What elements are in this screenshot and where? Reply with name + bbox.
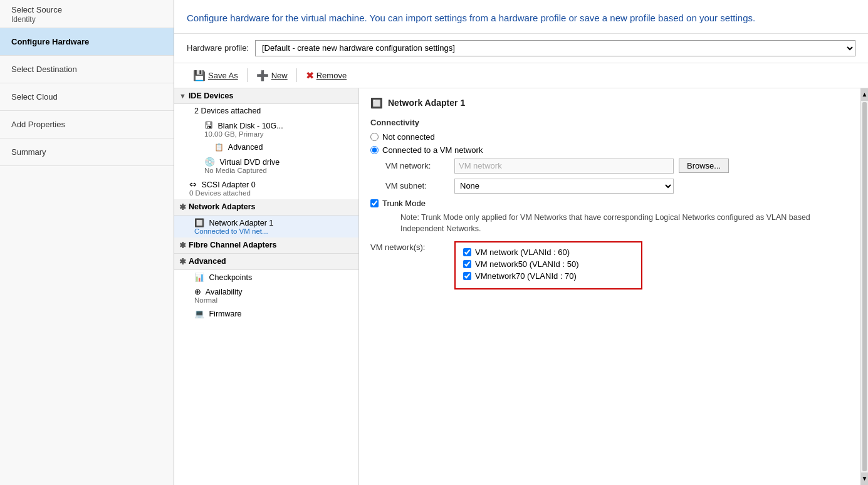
virtual-dvd-label: Virtual DVD drive — [219, 158, 280, 167]
trunk-mode-note: Note: Trunk Mode only applied for VM Net… — [400, 212, 849, 236]
vm-network-checkbox-1[interactable] — [463, 260, 471, 268]
vm-networks-box: VM network (VLANId : 60) VM network50 (V… — [454, 241, 642, 289]
checkpoints-icon: 📊 — [194, 273, 204, 282]
virtual-dvd-sublabel: No Media Captured — [204, 167, 353, 174]
detail-title-icon: 🔲 — [370, 97, 383, 109]
right-scrollbar: ▲ ▼ — [860, 88, 868, 486]
header-description: Configure hardware for the virtual machi… — [174, 0, 868, 34]
blank-disk-sublabel: 10.00 GB, Primary — [204, 130, 353, 138]
vm-networks-label: VM network(s): — [370, 241, 454, 252]
detail-title: 🔲 Network Adapter 1 — [370, 97, 849, 109]
tree-ide-devices-header[interactable]: ▼ IDE Devices — [174, 88, 358, 104]
browse-button[interactable]: Browse... — [679, 159, 729, 173]
sidebar-item-add-properties[interactable]: Add Properties — [0, 111, 174, 138]
dvd-icon: 💿 — [204, 157, 215, 167]
availability-sublabel: Normal — [194, 296, 353, 304]
firmware-label: Firmware — [209, 310, 241, 318]
remove-label: Remove — [316, 71, 347, 80]
vm-networks-section: VM network(s): VM network (VLANId : 60) … — [370, 241, 849, 289]
vm-network-input[interactable] — [454, 159, 674, 174]
not-connected-row: Not connected — [370, 132, 849, 142]
sidebar-label-add-properties: Add Properties — [11, 120, 65, 129]
split-area: ▼ IDE Devices 2 Devices attached 🖫 Blank… — [174, 88, 868, 486]
scrollbar-down-arrow[interactable]: ▼ — [861, 472, 868, 485]
sidebar-label-select-cloud: Select Cloud — [11, 92, 58, 102]
network-adapter-1-sublabel: Connected to VM net... — [194, 227, 353, 235]
vm-network-checkbox-0[interactable] — [463, 248, 471, 256]
vm-network-field-row: VM network: Browse... — [370, 159, 849, 174]
sidebar-label-configure-hardware: Configure Hardware — [11, 37, 89, 46]
sidebar-item-select-destination[interactable]: Select Destination — [0, 56, 174, 83]
vm-subnet-field-row: VM subnet: None — [370, 179, 849, 194]
toolbar-separator-1 — [247, 68, 248, 82]
tree-ide-devices-subtitle: 2 Devices attached — [174, 104, 358, 118]
sidebar-sublabel-select-source: Identity — [11, 15, 36, 24]
blank-disk-label: Blank Disk - 10G... — [217, 122, 283, 130]
save-as-label: Save As — [208, 71, 238, 80]
vm-network-label-2: VMnetwork70 (VLANId : 70) — [475, 271, 577, 281]
vm-subnet-select[interactable]: None — [454, 179, 674, 194]
checkpoints-label: Checkpoints — [209, 273, 252, 282]
collapse-star-fibre: ✱ — [179, 241, 186, 250]
connectivity-section-label: Connectivity — [370, 118, 849, 127]
sidebar-label-select-source: Select Source — [11, 5, 62, 14]
trunk-mode-row: Trunk Mode — [370, 199, 849, 208]
vm-network-item-1: VM network50 (VLANId : 50) — [463, 259, 634, 269]
sidebar: Select Source Identity Configure Hardwar… — [0, 0, 174, 485]
sidebar-item-select-source[interactable]: Select Source Identity — [0, 0, 174, 28]
trunk-mode-label: Trunk Mode — [382, 199, 426, 208]
sidebar-item-select-cloud[interactable]: Select Cloud — [0, 83, 174, 111]
tree-scsi-adapter[interactable]: ⇔ SCSI Adapter 0 0 Devices attached — [174, 177, 358, 199]
tree-advanced-item[interactable]: 📋 Advanced — [174, 140, 358, 154]
sidebar-item-configure-hardware[interactable]: Configure Hardware — [0, 28, 174, 56]
new-button[interactable]: ➕ New — [250, 67, 294, 84]
tree-panel: ▼ IDE Devices 2 Devices attached 🖫 Blank… — [174, 88, 359, 486]
hw-profile-row: Hardware profile: [Default - create new … — [174, 34, 868, 63]
advanced-icon: 📋 — [214, 143, 224, 152]
network-adapters-label: Network Adapters — [189, 202, 256, 211]
connected-vm-radio[interactable] — [370, 146, 379, 154]
vm-network-label-0: VM network (VLANId : 60) — [475, 248, 570, 257]
new-label: New — [271, 71, 288, 80]
detail-panel: 🔲 Network Adapter 1 Connectivity Not con… — [359, 88, 860, 486]
toolbar: 💾 Save As ➕ New ✖ Remove — [174, 63, 868, 88]
firmware-icon: 💻 — [194, 309, 204, 318]
remove-icon: ✖ — [306, 70, 314, 81]
save-icon: 💾 — [193, 70, 206, 81]
tree-checkpoints[interactable]: 📊 Checkpoints — [174, 270, 358, 284]
tree-firmware[interactable]: 💻 Firmware — [174, 306, 358, 321]
sidebar-label-select-destination: Select Destination — [11, 65, 77, 74]
advanced-section-label: Advanced — [189, 257, 226, 266]
new-icon: ➕ — [256, 70, 269, 81]
connected-vm-label: Connected to a VM network — [382, 145, 483, 155]
tree-fibre-channel-header[interactable]: ✱ Fibre Channel Adapters — [174, 237, 358, 254]
fibre-channel-label: Fibre Channel Adapters — [189, 241, 277, 249]
vm-network-label: VM network: — [385, 161, 454, 170]
save-as-button[interactable]: 💾 Save As — [187, 67, 244, 84]
collapse-star-network: ✱ — [179, 202, 186, 212]
scsi-icon: ⇔ — [189, 179, 197, 189]
tree-advanced-header[interactable]: ✱ Advanced — [174, 254, 358, 270]
tree-virtual-dvd[interactable]: 💿 Virtual DVD drive No Media Captured — [174, 154, 358, 177]
scrollbar-thumb[interactable] — [862, 102, 867, 472]
hw-profile-label: Hardware profile: — [187, 43, 249, 53]
vm-network-checkbox-2[interactable] — [463, 272, 471, 280]
availability-label: Availability — [206, 288, 243, 296]
tree-blank-disk[interactable]: 🖫 Blank Disk - 10G... 10.00 GB, Primary — [174, 118, 358, 140]
sidebar-item-summary[interactable]: Summary — [0, 138, 174, 166]
not-connected-radio[interactable] — [370, 133, 379, 141]
hw-profile-select[interactable]: [Default - create new hardware configura… — [255, 40, 855, 56]
main-content: Configure hardware for the virtual machi… — [174, 0, 868, 485]
scrollbar-up-arrow[interactable]: ▲ — [861, 88, 868, 101]
tree-network-adapters-header[interactable]: ✱ Network Adapters — [174, 199, 358, 216]
trunk-mode-checkbox[interactable] — [370, 199, 379, 207]
vm-network-label-1: VM network50 (VLANId : 50) — [475, 259, 578, 269]
vm-subnet-label: VM subnet: — [385, 181, 454, 190]
tree-network-adapter-1[interactable]: 🔲 Network Adapter 1 Connected to VM net.… — [174, 216, 358, 237]
disk-icon: 🖫 — [204, 120, 213, 130]
scsi-adapter-label: SCSI Adapter 0 — [201, 180, 255, 189]
advanced-label: Advanced — [228, 143, 263, 152]
not-connected-label: Not connected — [382, 132, 435, 142]
tree-availability[interactable]: ⊕ Availability Normal — [174, 284, 358, 306]
remove-button[interactable]: ✖ Remove — [300, 67, 353, 84]
